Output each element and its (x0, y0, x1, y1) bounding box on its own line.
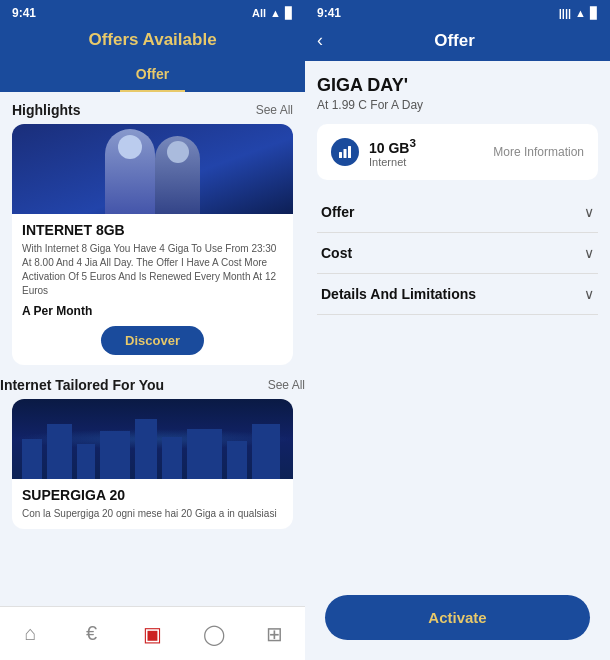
card-internet8gb-image (12, 124, 293, 214)
left-time: 9:41 (12, 6, 36, 20)
card-internet8gb-price: A Per Month (22, 304, 283, 318)
city-building-7 (187, 429, 222, 479)
nav-menu[interactable]: ⊞ (253, 612, 297, 656)
chat-icon: ◯ (203, 622, 225, 646)
right-time: 9:41 (317, 6, 341, 20)
person-right-icon (155, 136, 200, 214)
offer-subtitle: At 1.99 C For A Day (317, 98, 598, 112)
activate-button[interactable]: Activate (325, 595, 590, 640)
left-title: Offers Available (0, 30, 305, 50)
wifi-icon: ▲ (270, 7, 281, 19)
carrier-label: All (252, 7, 266, 19)
city-building-5 (135, 419, 157, 479)
menu-icon: ⊞ (266, 622, 283, 646)
svg-rect-2 (348, 146, 351, 158)
right-panel: 9:41 |||| ▲ ▊ ‹ Offer GIGA DAY' At 1.99 … (305, 0, 610, 660)
sim-icon: ▣ (143, 622, 162, 646)
battery-icon: ▊ (285, 7, 293, 20)
euro-icon: € (86, 622, 97, 645)
back-button[interactable]: ‹ (317, 30, 323, 51)
left-content: Highlights See All INTERNET 8GB With Int… (0, 92, 305, 660)
nav-offers[interactable]: € (70, 612, 114, 656)
right-content: GIGA DAY' At 1.99 C For A Day 10 GB3 In (305, 61, 610, 660)
accordion-cost-label: Cost (321, 245, 352, 261)
tailored-see-all[interactable]: See All (268, 378, 305, 392)
accordion-offer-label: Offer (321, 204, 354, 220)
nav-chat[interactable]: ◯ (192, 612, 236, 656)
accordion-cost[interactable]: Cost ∨ (317, 233, 598, 274)
more-info-button[interactable]: More Information (493, 145, 584, 159)
left-status-icons: All ▲ ▊ (252, 7, 293, 20)
city-building-3 (77, 444, 95, 479)
card-internet8gb-desc: With Internet 8 Giga You Have 4 Giga To … (22, 242, 283, 298)
person-left-icon (105, 129, 155, 214)
data-card: 10 GB3 Internet More Information (317, 124, 598, 180)
right-status-icons: |||| ▲ ▊ (559, 7, 598, 20)
right-battery-icon: ▊ (590, 7, 598, 20)
tailored-section-header: Internet Tailored For You See All (0, 377, 305, 399)
left-status-bar: 9:41 All ▲ ▊ (0, 0, 305, 26)
highlights-see-all[interactable]: See All (256, 103, 293, 117)
card-internet8gb-body: INTERNET 8GB With Internet 8 Giga You Ha… (12, 214, 293, 365)
right-title: Offer (331, 31, 578, 51)
tailored-title: Internet Tailored For You (0, 377, 164, 393)
highlights-section-header: Highlights See All (0, 92, 305, 124)
card-supergiga20-title: SUPERGIGA 20 (12, 479, 293, 507)
nav-home[interactable]: ⌂ (9, 612, 53, 656)
city-building-2 (47, 424, 72, 479)
card-supergiga20-desc: Con la Supergiga 20 ogni mese hai 20 Gig… (12, 507, 293, 529)
offer-main-title: GIGA DAY' (317, 75, 598, 96)
nav-sim[interactable]: ▣ (131, 612, 175, 656)
left-header: Offers Available (0, 26, 305, 58)
svg-rect-0 (339, 152, 342, 158)
right-header: ‹ Offer (305, 26, 610, 61)
city-building-4 (100, 431, 130, 479)
chevron-down-icon-cost: ∨ (584, 245, 594, 261)
right-status-bar: 9:41 |||| ▲ ▊ (305, 0, 610, 26)
tab-offer[interactable]: Offer (120, 62, 185, 92)
data-text: 10 GB3 Internet (369, 136, 416, 168)
highlights-title: Highlights (12, 102, 80, 118)
city-building-9 (252, 424, 280, 479)
card-internet8gb: INTERNET 8GB With Internet 8 Giga You Ha… (12, 124, 293, 365)
data-info: 10 GB3 Internet (331, 136, 416, 168)
city-building-6 (162, 437, 182, 479)
card-internet8gb-title: INTERNET 8GB (22, 222, 283, 238)
svg-rect-1 (344, 149, 347, 158)
data-label: Internet (369, 156, 416, 168)
signal-icon: |||| (559, 7, 571, 19)
city-building-1 (22, 439, 42, 479)
left-tabs: Offer (0, 58, 305, 92)
discover-button[interactable]: Discover (101, 326, 204, 355)
right-wifi-icon: ▲ (575, 7, 586, 19)
chevron-down-icon-details: ∨ (584, 286, 594, 302)
accordion-offer[interactable]: Offer ∨ (317, 192, 598, 233)
city-building-8 (227, 441, 247, 479)
left-panel: 9:41 All ▲ ▊ Offers Available Offer High… (0, 0, 305, 660)
data-amount: 10 GB3 (369, 136, 416, 156)
accordion-details[interactable]: Details And Limitations ∨ (317, 274, 598, 315)
home-icon: ⌂ (24, 622, 36, 645)
data-icon (331, 138, 359, 166)
accordion-details-label: Details And Limitations (321, 286, 476, 302)
chevron-down-icon-offer: ∨ (584, 204, 594, 220)
bottom-nav: ⌂ € ▣ ◯ ⊞ (0, 606, 305, 660)
card-supergiga20: SUPERGIGA 20 Con la Supergiga 20 ogni me… (12, 399, 293, 529)
offer-title-section: GIGA DAY' At 1.99 C For A Day (317, 75, 598, 112)
card-supergiga20-image (12, 399, 293, 479)
